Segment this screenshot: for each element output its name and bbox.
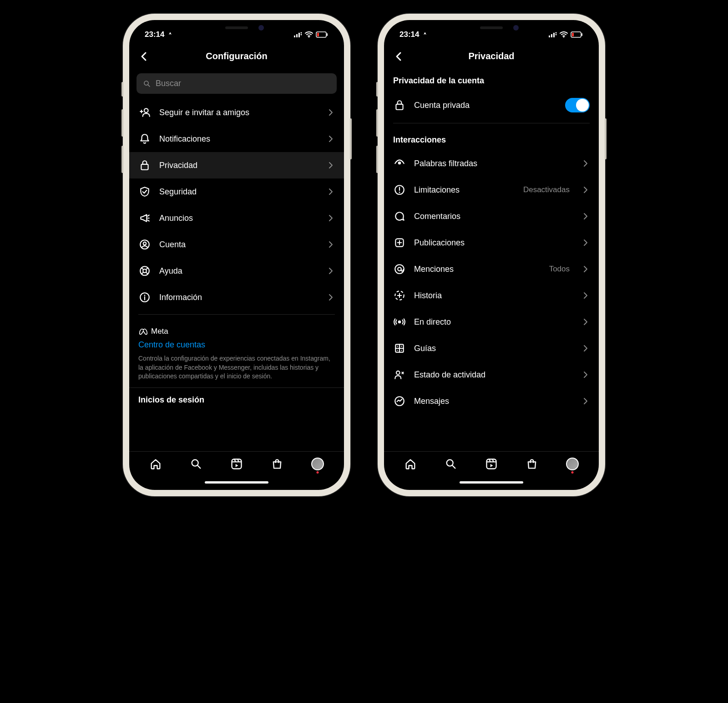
row-label: Ayuda [159,266,318,276]
row-limitations[interactable]: Limitaciones Desactivadas [384,177,599,203]
tab-search[interactable] [189,457,203,471]
privacy-content: Privacidad de la cuenta Cuenta privada I… [384,68,599,451]
chevron-right-icon [581,291,590,300]
plus-square-icon [393,236,406,249]
tab-profile[interactable] [566,457,579,471]
search-input[interactable]: Buscar [136,73,337,94]
row-comments[interactable]: Comentarios [384,203,599,229]
notification-dot [316,471,318,474]
row-account[interactable]: Cuenta [129,231,344,258]
chevron-right-icon [327,108,335,117]
row-guides[interactable]: Guías [384,335,599,362]
row-value: Todos [549,265,570,274]
svg-rect-38 [572,33,574,36]
wifi-icon [305,31,313,38]
tab-home[interactable] [404,457,417,471]
tab-shop[interactable] [525,457,539,471]
row-label: Comentarios [414,212,573,221]
limit-icon [393,183,406,196]
volume-down-button [121,146,123,173]
back-button[interactable] [138,51,149,62]
row-help[interactable]: Ayuda [129,258,344,284]
reels-icon [485,458,498,470]
row-messages[interactable]: Mensajes [384,388,599,414]
tab-home[interactable] [149,457,162,471]
chevron-right-icon [581,212,590,220]
chevron-right-icon [581,371,590,379]
row-ads[interactable]: Anuncios [129,205,344,231]
help-icon [138,265,151,277]
chevron-right-icon [581,397,590,405]
divider [138,314,335,315]
row-story[interactable]: Historia [384,282,599,309]
chevron-right-icon [327,188,335,196]
header: Privacidad [384,45,599,68]
row-filtered-words[interactable]: Palabras filtradas [384,150,599,177]
phone-frame-left: 23:14 Configuración Buscar Seguir e [123,14,350,496]
row-notifications[interactable]: Notificaciones [129,126,344,152]
guides-icon [393,342,406,355]
shield-icon [138,185,151,198]
tab-search[interactable] [444,457,458,471]
search-icon [143,80,151,88]
row-activity-status[interactable]: Estado de actividad [384,362,599,388]
row-follow-invite[interactable]: Seguir e invitar a amigos [129,99,344,126]
row-info[interactable]: Información [129,284,344,311]
tab-bar [129,451,344,474]
row-posts[interactable]: Publicaciones [384,229,599,256]
notch [450,20,532,36]
private-account-toggle[interactable] [565,98,590,112]
svg-rect-37 [581,33,582,36]
row-mentions[interactable]: Menciones Todos [384,256,599,282]
info-icon [138,291,151,304]
svg-point-24 [301,32,302,34]
mute-switch [376,82,378,97]
reels-icon [230,458,243,470]
home-indicator[interactable] [129,474,344,490]
meta-block: Meta Centro de cuentas Controla la confi… [129,318,344,387]
location-icon [167,31,173,38]
svg-point-33 [556,32,557,34]
tab-shop[interactable] [270,457,284,471]
chevron-right-icon [581,239,590,247]
row-label: Cuenta [159,240,318,250]
accounts-center-link[interactable]: Centro de cuentas [138,340,335,350]
row-security[interactable]: Seguridad [129,178,344,205]
megaphone-icon [138,212,151,224]
notch [196,20,278,36]
section-interactions: Interacciones [384,127,599,150]
tab-reels[interactable] [485,457,498,471]
row-label: Estado de actividad [414,370,573,380]
location-icon [422,31,428,38]
avatar [566,458,579,470]
battery-icon [571,31,583,38]
row-live[interactable]: En directo [384,309,599,335]
divider [393,123,590,123]
chevron-right-icon [581,344,590,352]
row-private-account: Cuenta privada [384,91,599,119]
chevron-right-icon [581,159,590,168]
battery-icon [316,31,329,38]
svg-rect-29 [317,33,319,36]
comment-icon [393,210,406,223]
chevron-right-icon [327,161,335,169]
wifi-icon [560,31,568,38]
home-indicator[interactable] [384,474,599,490]
tab-profile[interactable] [311,457,324,471]
row-label: Historia [414,291,573,301]
search-icon [445,458,457,470]
header: Configuración [129,45,344,68]
svg-rect-30 [549,36,550,37]
lock-icon [393,99,406,112]
back-button[interactable] [393,51,404,62]
cellular-icon [294,32,302,37]
row-label: Guías [414,344,573,353]
lock-icon [138,159,151,172]
row-privacy[interactable]: Privacidad [129,152,344,178]
row-label: Información [159,293,318,302]
row-label: Notificaciones [159,134,318,144]
row-label: Seguir e invitar a amigos [159,108,318,117]
at-icon [393,263,406,275]
tab-reels[interactable] [230,457,243,471]
follow-invite-icon [138,106,151,119]
